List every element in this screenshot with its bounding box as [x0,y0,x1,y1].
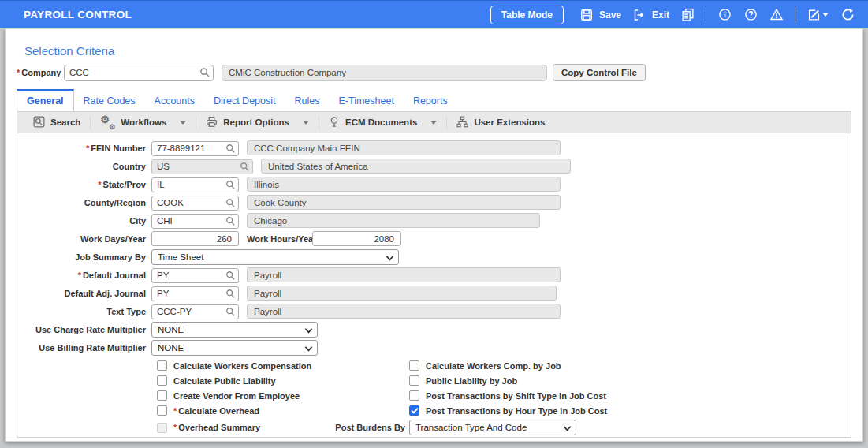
form-toolbar: Search ⚙⚙ Workflows Report Options [17,112,851,133]
public-liability-by-job-checkbox[interactable] [409,375,419,386]
job-summary-select[interactable]: Time Sheet [151,249,399,265]
checkbox-row: Create Vendor From Employee Post Transac… [17,390,851,401]
default-journal-label: Default Journal [83,271,146,280]
lookup-icon[interactable] [225,306,236,320]
lookup-icon[interactable] [225,288,236,302]
billing-multiplier-row: Use Billing Rate Multiplier NONE [17,340,851,355]
exit-button[interactable]: Exit [631,7,669,23]
default-journal-desc-field [247,267,561,282]
tabstrip: General Rate Codes Accounts Direct Depos… [17,88,851,111]
lookup-icon[interactable] [225,179,236,193]
report-options-button[interactable]: Report Options [196,112,319,133]
county-row: County/Region [17,195,851,210]
search-button[interactable]: Search [24,112,90,133]
state-desc-field [247,177,561,192]
exit-icon [631,7,647,23]
page-title: PAYROLL CONTROL [24,9,132,21]
company-name-field [222,65,547,81]
lookup-icon[interactable] [225,270,236,284]
ecm-pin-icon [329,116,340,129]
company-field-wrap [64,65,214,81]
checkbox-section: Calculate Workers Compensation Calculate… [17,360,851,435]
lookup-icon[interactable] [225,143,236,157]
workflows-button[interactable]: ⚙⚙ Workflows [91,112,196,133]
help-icon[interactable] [743,7,758,23]
work-hours-label: Work Hours/Year [247,234,312,244]
info-icon[interactable] [717,7,732,23]
work-days-input[interactable] [151,231,239,246]
tab-rate-codes[interactable]: Rate Codes [74,91,145,111]
city-desc-field [247,213,540,228]
charge-multiplier-label: Use Charge Rate Multiplier [17,325,151,334]
tab-rules[interactable]: Rules [285,91,330,111]
city-row: City [17,213,851,228]
calculate-workers-comp-by-job-checkbox[interactable] [409,360,419,371]
tab-direct-deposit[interactable]: Direct Deposit [204,91,285,111]
text-type-row: Text Type [17,304,851,319]
checkbox-row: Calculate Public Liability Public Liabil… [17,375,851,386]
general-form: *FEIN Number Country *State/Prov [17,133,851,435]
country-row: Country [17,159,851,174]
post-by-shift-type-checkbox[interactable] [409,390,419,401]
text-type-label: Text Type [17,307,151,316]
chevron-down-icon [822,13,829,17]
tab-e-timesheet[interactable]: E-Timesheet [329,91,403,111]
search-icon [33,116,45,129]
ecm-documents-button[interactable]: ECM Documents [319,112,446,133]
lookup-icon[interactable] [225,215,236,230]
save-button[interactable]: Save [579,7,621,23]
post-burdens-select[interactable]: Transaction Type And Code [409,420,576,435]
save-icon [579,7,594,23]
printer-icon [206,116,218,129]
copy-control-file-button[interactable]: Copy Control File [553,64,646,81]
tab-reports[interactable]: Reports [404,91,457,111]
fein-row: *FEIN Number [17,140,851,155]
workflows-icon: ⚙⚙ [100,116,115,129]
work-days-label: Work Days/Year [17,234,151,244]
exit-label: Exit [652,9,669,21]
company-row: *Company Copy Control File [17,64,646,81]
calculate-public-liability-checkbox[interactable] [157,375,167,386]
lookup-icon[interactable] [199,67,210,81]
default-adj-journal-row: Default Adj. Journal [17,286,851,301]
checkbox-row: Calculate Workers Compensation Calculate… [17,360,851,371]
calculate-overhead-checkbox[interactable] [157,405,167,416]
country-input[interactable] [151,159,253,174]
checkbox-row: *Overhead Summary Post Burdens By Transa… [17,420,851,435]
country-label: Country [17,162,151,171]
warning-icon[interactable] [769,7,784,23]
table-mode-button[interactable]: Table Mode [490,6,564,24]
fein-label: FEIN Number [91,144,146,153]
titlebar: PAYROLL CONTROL Table Mode Save Exit [0,0,868,28]
tab-accounts[interactable]: Accounts [145,91,204,111]
billing-multiplier-select[interactable]: NONE [151,340,318,356]
fein-desc-field [247,140,561,155]
save-label: Save [599,9,621,21]
sitemap-icon [456,116,468,129]
refresh-icon[interactable] [840,7,855,23]
calculate-workers-compensation-checkbox[interactable] [157,360,167,371]
edit-notes-icon[interactable] [806,7,829,23]
overhead-summary-checkbox [157,423,167,433]
company-input[interactable] [64,65,214,81]
lookup-icon[interactable] [240,161,250,175]
tab-content: Search ⚙⚙ Workflows Report Options [17,111,851,438]
company-label: *Company [17,68,64,77]
post-burdens-label: Post Burdens By [335,423,409,432]
default-adj-journal-desc-field [247,286,557,301]
lookup-icon[interactable] [225,197,236,211]
create-vendor-from-employee-checkbox[interactable] [157,390,167,401]
charge-multiplier-select[interactable]: NONE [151,322,318,338]
tab-general[interactable]: General [17,89,74,111]
main-panel: Selection Criteria *Company Copy Control… [5,28,863,442]
work-hours-input[interactable] [312,231,401,246]
titlebar-divider [795,7,795,23]
post-by-hour-type-checkbox[interactable] [409,405,419,416]
chevron-down-icon [304,345,313,354]
section-heading: Selection Criteria [24,44,114,58]
copy-record-icon[interactable] [680,7,695,23]
user-extensions-button[interactable]: User Extensions [447,112,554,133]
titlebar-divider [706,7,706,23]
chevron-down-icon [303,121,309,125]
job-summary-row: Job Summary By Time Sheet [17,249,851,264]
